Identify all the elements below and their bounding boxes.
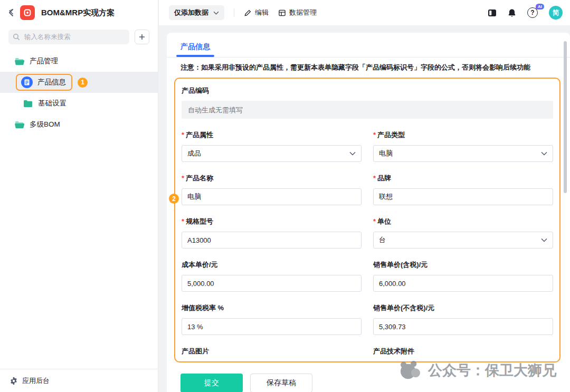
sale-price-taxed-input[interactable] (373, 275, 553, 292)
panel-toggle-button[interactable] (488, 9, 497, 17)
search-input[interactable] (23, 33, 125, 41)
annotation-box-1: 产品信息 (16, 74, 72, 91)
top-toolbar: 仅添加数据 编辑 数据管理 ? AI 简 (159, 0, 570, 25)
data-mode-label: 仅添加数据 (174, 8, 208, 17)
search-icon (13, 33, 20, 41)
field-label: 产品技术附件 (373, 347, 553, 356)
product-type-select[interactable]: 电脑 (373, 145, 553, 162)
sidebar-item-product-management[interactable]: 产品管理 (0, 51, 158, 72)
table-icon (278, 9, 286, 17)
toolbar-divider (234, 8, 234, 17)
data-manage-button[interactable]: 数据管理 (278, 8, 317, 17)
field-product-attribute: 产品属性 成品 (182, 129, 362, 162)
sidebar-search-row (0, 25, 158, 51)
vat-rate-input[interactable] (182, 318, 362, 335)
back-button[interactable] (8, 8, 14, 17)
brand-input[interactable] (373, 188, 553, 205)
field-sale-price-taxed: 销售单价(含税)/元 (373, 259, 553, 292)
watermark-logo (398, 360, 422, 380)
notification-button[interactable] (508, 8, 516, 17)
watermark-text: 公众号：保卫大狮兄 (428, 361, 556, 380)
field-product-image: 产品图片 选择 拖拽或单击后粘贴图片，单张20MB以内 (182, 346, 362, 361)
field-sale-price-untaxed: 销售单价(不含税)/元 (373, 302, 553, 335)
sidebar-toggle-icon (488, 9, 497, 17)
cost-price-input[interactable] (182, 275, 362, 292)
field-unit: 单位 台 (373, 216, 553, 248)
sale-price-untaxed-input[interactable] (373, 318, 553, 335)
watermark: 公众号：保卫大狮兄 (398, 360, 556, 380)
sidebar-item-basic-settings[interactable]: 基础设置 (0, 93, 158, 114)
user-avatar[interactable]: 简 (549, 6, 563, 20)
product-attribute-select[interactable]: 成品 (182, 145, 362, 162)
data-manage-label: 数据管理 (289, 8, 317, 17)
field-tech-attachment: 产品技术附件 选择 拖拽或单击后粘贴文件，单个500MB以内 (373, 346, 553, 361)
chevron-down-icon (213, 11, 219, 15)
field-label: 销售单价(不含税)/元 (373, 303, 553, 313)
submit-button[interactable]: 提交 (180, 374, 243, 392)
select-value: 台 (379, 235, 386, 245)
field-product-code: 产品编码 (182, 85, 553, 119)
select-value: 电脑 (379, 149, 393, 158)
app-title: BOM&MRP实现方案 (41, 8, 115, 18)
app-backend-button[interactable]: 应用后台 (0, 369, 158, 392)
help-button[interactable]: ? AI (527, 7, 538, 18)
help-question-mark: ? (530, 9, 534, 16)
chevron-down-icon (349, 151, 356, 156)
field-label: 成本单价/元 (182, 260, 362, 270)
field-label: 产品图片 (182, 347, 362, 356)
save-draft-button[interactable]: 保存草稿 (250, 374, 312, 392)
field-product-name: 产品名称 (182, 173, 362, 205)
chevron-down-icon (541, 151, 547, 156)
folder-open-icon (15, 58, 24, 65)
pencil-icon (244, 9, 252, 17)
select-value: 成品 (187, 149, 201, 158)
edit-label: 编辑 (255, 8, 269, 17)
sidebar-item-multilevel-bom[interactable]: 多级BOM (0, 114, 158, 135)
field-label: 产品属性 (182, 130, 362, 140)
field-cost-price: 成本单价/元 (182, 259, 362, 292)
product-name-input[interactable] (182, 188, 362, 205)
chevron-down-icon (541, 238, 547, 242)
field-vat-rate: 增值税税率 % (182, 302, 362, 335)
app-icon (20, 5, 35, 20)
app-backend-label: 应用后台 (22, 376, 50, 386)
add-button[interactable] (135, 30, 149, 44)
field-label: 增值税税率 % (182, 303, 362, 313)
edit-button[interactable]: 编辑 (244, 8, 269, 17)
annotation-badge-1: 1 (78, 78, 88, 88)
form-doc-icon (21, 77, 33, 88)
tree-item-label: 多级BOM (30, 120, 60, 129)
field-label: 规格型号 (182, 217, 362, 226)
product-code-input (182, 101, 553, 119)
field-label: 销售单价(含税)/元 (373, 260, 553, 270)
toolbar-right-group: ? AI 简 (488, 6, 563, 20)
sidebar-item-product-info[interactable]: 产品信息 1 (0, 72, 158, 93)
ai-badge: AI (536, 4, 544, 9)
field-label: 产品编码 (182, 86, 553, 95)
plus-icon (139, 34, 145, 40)
gear-icon (10, 377, 18, 385)
vertical-scrollbar-thumb[interactable] (564, 41, 567, 193)
annotation-box-2: 2 产品编码 产品属性 成品 产品类型 电脑 (174, 78, 560, 362)
form-notice: 注意：如果采用非预设的产品属性，需更新本表单隐藏字段「产品编码标识号」字段的公式… (167, 58, 570, 73)
form-card: 产品信息 注意：如果采用非预设的产品属性，需更新本表单隐藏字段「产品编码标识号」… (167, 33, 570, 392)
data-mode-dropdown[interactable]: 仅添加数据 (169, 5, 224, 20)
field-label: 产品名称 (182, 174, 362, 183)
folder-open-icon (15, 121, 24, 129)
tree-item-label: 产品信息 (37, 78, 66, 87)
folder-icon (23, 100, 33, 108)
field-spec-model: 规格型号 (182, 216, 362, 248)
field-brand: 品牌 (373, 173, 553, 205)
back-chevron-icon (8, 8, 14, 17)
app-nav-tree: 产品管理 产品信息 1 基础设置 多级BOM (0, 51, 158, 135)
form-fields-area: 产品编码 产品属性 成品 产品类型 电脑 (175, 79, 559, 361)
tab-product-info[interactable]: 产品信息 (180, 42, 210, 57)
field-label: 产品类型 (373, 130, 553, 140)
tree-item-label: 基础设置 (38, 99, 66, 108)
field-product-type: 产品类型 电脑 (373, 129, 553, 162)
search-box[interactable] (8, 30, 129, 44)
unit-select[interactable]: 台 (373, 232, 553, 248)
tree-item-label: 产品管理 (30, 56, 58, 66)
field-label: 单位 (373, 217, 553, 226)
spec-model-input[interactable] (182, 232, 362, 248)
